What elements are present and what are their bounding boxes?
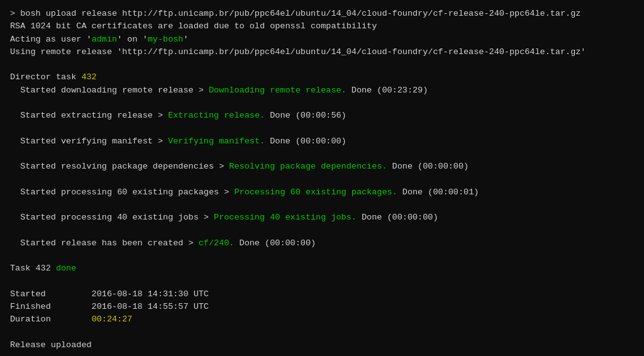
terminal-line-processing40: Started processing 40 existing jobs > Pr… [10,211,634,224]
blank-5 [10,173,634,186]
terminal-line-cmd: > bosh upload release http://ftp.unicamp… [10,8,634,20]
terminal-line-processing60: Started processing 60 existing packages … [10,186,634,199]
blank-3 [10,122,634,135]
terminal-line-acting: Acting as user 'admin' on 'my-bosh' [10,33,634,46]
blank-9 [10,275,634,287]
terminal-line-release-created: Started release has been created > cf/24… [10,237,634,250]
terminal-line-downloading: Started downloading remote release > Dow… [10,84,634,97]
terminal-line-rsa: RSA 1024 bit CA certificates are loaded … [10,20,634,33]
terminal-line-using: Using remote release 'http://ftp.unicamp… [10,46,634,58]
blank-8 [10,250,634,262]
terminal-line-director: Director task 432 [10,71,634,84]
blank-1 [10,58,634,71]
terminal-line-extracting: Started extracting release > Extracting … [10,109,634,122]
blank-2 [10,97,634,109]
terminal-line-duration: Duration 00:24:27 [10,313,634,326]
terminal-line-resolving: Started resolving package dependencies >… [10,160,634,173]
terminal: > bosh upload release http://ftp.unicamp… [10,8,634,348]
blank-10 [10,326,634,338]
terminal-line-task-done: Task 432 done [10,262,634,275]
blank-6 [10,199,634,211]
terminal-line-started: Started 2016-08-18 14:31:30 UTC [10,288,634,301]
terminal-line-finished: Finished 2016-08-18 14:55:57 UTC [10,301,634,313]
terminal-line-verifying: Started verifying manifest > Verifying m… [10,135,634,148]
terminal-line-release-uploaded: Release uploaded [10,339,634,352]
blank-4 [10,148,634,160]
blank-7 [10,224,634,236]
